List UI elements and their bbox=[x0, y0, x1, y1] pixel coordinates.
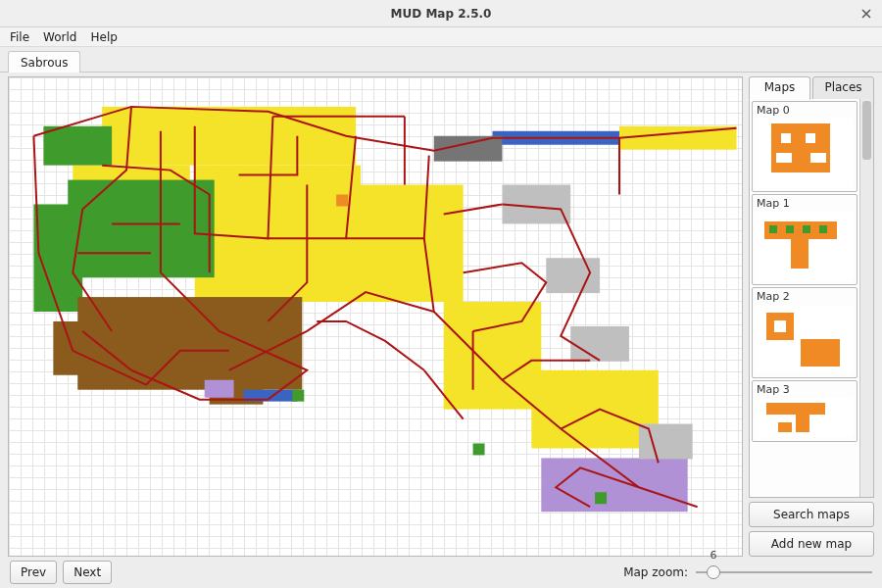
add-new-map-button[interactable]: Add new map bbox=[749, 531, 874, 557]
window-title: MUD Map 2.5.0 bbox=[0, 7, 882, 21]
svg-rect-3 bbox=[351, 185, 464, 303]
svg-rect-20 bbox=[546, 258, 600, 293]
world-tabstrip: Sabrous bbox=[0, 47, 882, 73]
zoom-value: 6 bbox=[710, 549, 717, 562]
menu-bar: File World Help bbox=[0, 27, 882, 47]
search-maps-button[interactable]: Search maps bbox=[749, 502, 874, 527]
svg-rect-0 bbox=[102, 107, 356, 166]
tab-places[interactable]: Places bbox=[812, 76, 874, 100]
bottom-bar: Prev Next Map zoom: 6 bbox=[0, 557, 882, 588]
menu-world[interactable]: World bbox=[37, 28, 82, 46]
svg-rect-11 bbox=[53, 321, 107, 375]
list-item[interactable]: Map 0 bbox=[752, 101, 858, 192]
map-thumb-label: Map 1 bbox=[757, 197, 853, 210]
next-button[interactable]: Next bbox=[63, 561, 112, 584]
map-thumb-label: Map 2 bbox=[757, 290, 853, 303]
map-thumb-preview bbox=[757, 305, 853, 373]
svg-rect-19 bbox=[570, 326, 629, 362]
map-thumb-label: Map 0 bbox=[757, 104, 853, 117]
list-item[interactable]: Map 3 bbox=[752, 380, 858, 442]
svg-rect-2 bbox=[195, 166, 361, 302]
window-titlebar: MUD Map 2.5.0 bbox=[0, 0, 882, 27]
menu-help[interactable]: Help bbox=[84, 28, 122, 46]
zoom-label: Map zoom: bbox=[623, 565, 688, 579]
list-item[interactable]: Map 2 bbox=[752, 287, 858, 378]
svg-rect-10 bbox=[77, 297, 302, 390]
scrollbar-thumb[interactable] bbox=[862, 101, 871, 160]
map-list: Map 0 Map 1 bbox=[750, 99, 859, 497]
prev-button[interactable]: Prev bbox=[10, 561, 57, 584]
map-canvas[interactable] bbox=[8, 76, 743, 557]
tab-maps[interactable]: Maps bbox=[749, 76, 810, 100]
close-icon[interactable] bbox=[858, 6, 874, 22]
scrollbar[interactable] bbox=[859, 99, 873, 497]
map-thumb-label: Map 3 bbox=[757, 383, 853, 396]
map-thumb-preview bbox=[757, 398, 853, 437]
svg-rect-7 bbox=[43, 126, 112, 166]
map-thumb-preview bbox=[757, 119, 853, 187]
svg-rect-22 bbox=[292, 390, 304, 402]
tab-sabrous[interactable]: Sabrous bbox=[8, 51, 80, 73]
svg-rect-4 bbox=[444, 302, 542, 410]
svg-rect-8 bbox=[68, 180, 214, 278]
map-thumb-preview bbox=[757, 212, 853, 280]
svg-rect-13 bbox=[541, 458, 687, 512]
side-panel: Maps Places Map 0 Map 1 bbox=[749, 76, 874, 557]
menu-file[interactable]: File bbox=[4, 28, 35, 46]
svg-rect-24 bbox=[595, 492, 607, 504]
svg-rect-21 bbox=[639, 424, 693, 460]
zoom-slider[interactable]: 6 bbox=[696, 563, 872, 582]
svg-rect-14 bbox=[205, 380, 234, 398]
list-item[interactable]: Map 1 bbox=[752, 194, 858, 285]
svg-rect-25 bbox=[336, 195, 348, 207]
svg-rect-23 bbox=[473, 443, 485, 455]
